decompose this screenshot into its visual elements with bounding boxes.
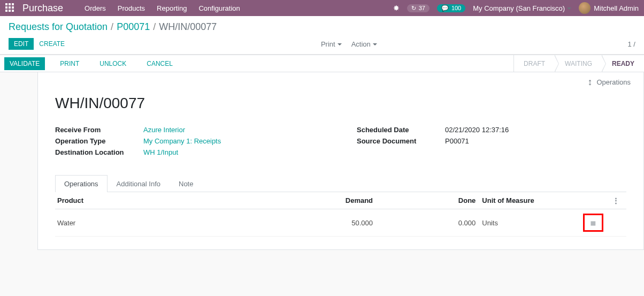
operations-stat-label: Operations bbox=[596, 78, 631, 86]
highlight-annotation: ≣ bbox=[583, 214, 603, 232]
table-row[interactable]: Water 50.000 0.000 Units ≣ bbox=[55, 209, 626, 237]
crumb-rfq[interactable]: Requests for Quotation bbox=[9, 21, 108, 33]
module-title: Purchase bbox=[22, 3, 63, 14]
chat-icon: 💬 bbox=[441, 5, 449, 12]
crumb-po[interactable]: P00071 bbox=[117, 21, 150, 33]
scheduled-date-value: 02/21/2020 12:37:16 bbox=[445, 126, 509, 134]
avatar bbox=[579, 2, 591, 14]
messaging-count: 100 bbox=[451, 5, 461, 11]
scheduled-date-label: Scheduled Date bbox=[357, 126, 445, 134]
tab-operations[interactable]: Operations bbox=[55, 175, 108, 192]
receive-from-label: Receive From bbox=[55, 126, 143, 134]
col-demand: Demand bbox=[272, 192, 375, 209]
source-document-value: P00071 bbox=[445, 137, 469, 145]
user-name: Mitchell Admin bbox=[594, 4, 639, 12]
stage-ready[interactable]: READY bbox=[602, 55, 644, 72]
print-button[interactable]: PRINT bbox=[55, 57, 85, 70]
stage-waiting[interactable]: WAITING bbox=[555, 55, 602, 72]
status-bar: VALIDATE PRINT UNLOCK CANCEL DRAFT WAITI… bbox=[0, 55, 644, 72]
col-product: Product bbox=[55, 192, 272, 209]
debug-icon[interactable]: ✸ bbox=[393, 4, 400, 12]
menu-products[interactable]: Products bbox=[118, 4, 145, 12]
messaging-badge[interactable]: 💬 100 bbox=[437, 4, 465, 12]
create-button[interactable]: CREATE bbox=[34, 38, 70, 50]
edit-button[interactable]: EDIT bbox=[9, 38, 34, 50]
menu-orders[interactable]: Orders bbox=[85, 4, 106, 12]
activity-count: 37 bbox=[419, 5, 425, 11]
col-uom: Unit of Measure bbox=[478, 192, 580, 209]
stage-draft[interactable]: DRAFT bbox=[513, 55, 555, 72]
transfer-icon: ↕ bbox=[587, 77, 592, 88]
menu-reporting[interactable]: Reporting bbox=[157, 4, 187, 12]
tab-note[interactable]: Note bbox=[170, 175, 202, 192]
form-sheet: ↕ Operations WH/IN/00077 Receive From Az… bbox=[37, 72, 644, 250]
operation-type-value[interactable]: My Company 1: Receipts bbox=[143, 137, 221, 145]
destination-location-label: Destination Location bbox=[55, 148, 143, 156]
cell-done: 0.000 bbox=[375, 209, 478, 237]
operation-type-label: Operation Type bbox=[55, 137, 143, 145]
source-document-label: Source Document bbox=[357, 137, 445, 145]
pager[interactable]: 1 / bbox=[628, 40, 635, 48]
columns-menu-icon[interactable]: ⋮ bbox=[612, 196, 619, 204]
operations-stat-button[interactable]: ↕ Operations bbox=[587, 77, 631, 88]
clock-icon: ↻ bbox=[411, 5, 416, 12]
action-dropdown[interactable]: Action bbox=[351, 40, 377, 48]
apps-icon[interactable] bbox=[5, 3, 15, 13]
validate-button[interactable]: VALIDATE bbox=[4, 57, 45, 70]
print-dropdown[interactable]: Print bbox=[321, 40, 342, 48]
control-panel: Requests for Quotation / P00071 / WH/IN/… bbox=[0, 16, 644, 55]
unlock-button[interactable]: UNLOCK bbox=[94, 57, 132, 70]
notebook-tabs: Operations Additional Info Note bbox=[55, 174, 626, 192]
cancel-button[interactable]: CANCEL bbox=[141, 57, 178, 70]
cell-uom: Units bbox=[478, 209, 580, 237]
company-switcher[interactable]: My Company (San Francisco) bbox=[473, 4, 571, 12]
destination-location-value[interactable]: WH 1/Input bbox=[143, 148, 178, 156]
activity-badge[interactable]: ↻ 37 bbox=[407, 4, 430, 12]
menu-configuration[interactable]: Configuration bbox=[198, 4, 240, 12]
breadcrumb: Requests for Quotation / P00071 / WH/IN/… bbox=[9, 21, 635, 33]
receive-from-value[interactable]: Azure Interior bbox=[143, 126, 185, 134]
crumb-current: WH/IN/00077 bbox=[159, 21, 217, 33]
cell-demand: 50.000 bbox=[272, 209, 375, 237]
operations-table: Product Demand Done Unit of Measure ⋮ Wa… bbox=[55, 192, 626, 237]
record-title: WH/IN/00077 bbox=[55, 95, 626, 112]
tab-additional-info[interactable]: Additional Info bbox=[108, 175, 170, 192]
cell-product: Water bbox=[55, 209, 272, 237]
col-done: Done bbox=[375, 192, 478, 209]
detailed-operations-icon[interactable]: ≣ bbox=[590, 218, 596, 227]
top-nav: Purchase Orders Products Reporting Confi… bbox=[0, 0, 644, 16]
user-menu[interactable]: Mitchell Admin bbox=[579, 2, 639, 14]
